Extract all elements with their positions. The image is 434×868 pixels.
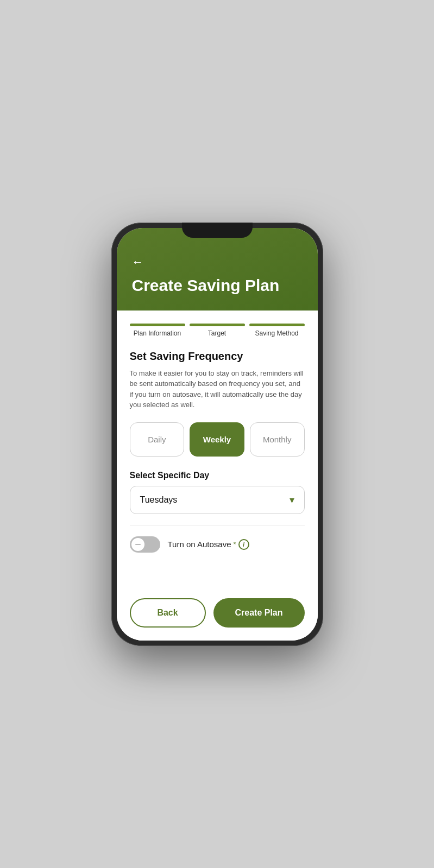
- section-description: To make it easier for you to stay on tra…: [130, 368, 305, 410]
- step-label-3: Saving Method: [255, 330, 298, 337]
- autosave-row: Turn on Autosave * i: [130, 536, 305, 553]
- phone-notch: [182, 223, 253, 238]
- day-select-label: Select Specific Day: [130, 471, 305, 480]
- step-label-2: Target: [208, 330, 226, 337]
- page-title: Create Saving Plan: [132, 276, 303, 295]
- divider: [130, 525, 305, 525]
- header-area: ← Create Saving Plan: [117, 228, 318, 311]
- frequency-daily-button[interactable]: Daily: [130, 422, 185, 457]
- step-label-1: Plan Information: [134, 330, 181, 337]
- frequency-monthly-button[interactable]: Monthly: [250, 422, 305, 457]
- phone-screen: ← Create Saving Plan Plan Information Ta…: [117, 228, 318, 641]
- section-title: Set Saving Frequency: [130, 350, 305, 363]
- step-bar-3: [249, 324, 305, 326]
- frequency-options: Daily Weekly Monthly: [130, 422, 305, 457]
- steps-indicator: Plan Information Target Saving Method: [130, 324, 305, 337]
- toggle-minus-icon: [135, 544, 141, 545]
- footer-area: Back Create Plan: [117, 590, 318, 641]
- day-select-value: Tuesdays: [140, 495, 178, 505]
- step-plan-information: Plan Information: [130, 324, 185, 337]
- autosave-label-text: Turn on Autosave: [168, 540, 231, 549]
- phone-frame: ← Create Saving Plan Plan Information Ta…: [111, 223, 323, 646]
- frequency-weekly-button[interactable]: Weekly: [190, 422, 244, 457]
- autosave-toggle[interactable]: [130, 536, 160, 553]
- autosave-star: *: [234, 540, 236, 548]
- back-arrow-button[interactable]: ←: [132, 255, 144, 269]
- toggle-thumb: [131, 538, 144, 551]
- content-area: Plan Information Target Saving Method Se…: [117, 311, 318, 590]
- step-bar-1: [130, 324, 185, 326]
- chevron-down-icon: ▾: [290, 494, 294, 506]
- info-icon[interactable]: i: [238, 539, 249, 550]
- step-bar-2: [190, 324, 245, 326]
- autosave-label: Turn on Autosave * i: [168, 539, 249, 550]
- day-select-dropdown[interactable]: Tuesdays ▾: [130, 486, 305, 514]
- step-target: Target: [190, 324, 245, 337]
- back-button[interactable]: Back: [130, 598, 206, 628]
- spacer: [130, 563, 305, 590]
- step-saving-method: Saving Method: [249, 324, 305, 337]
- create-plan-button[interactable]: Create Plan: [213, 598, 305, 628]
